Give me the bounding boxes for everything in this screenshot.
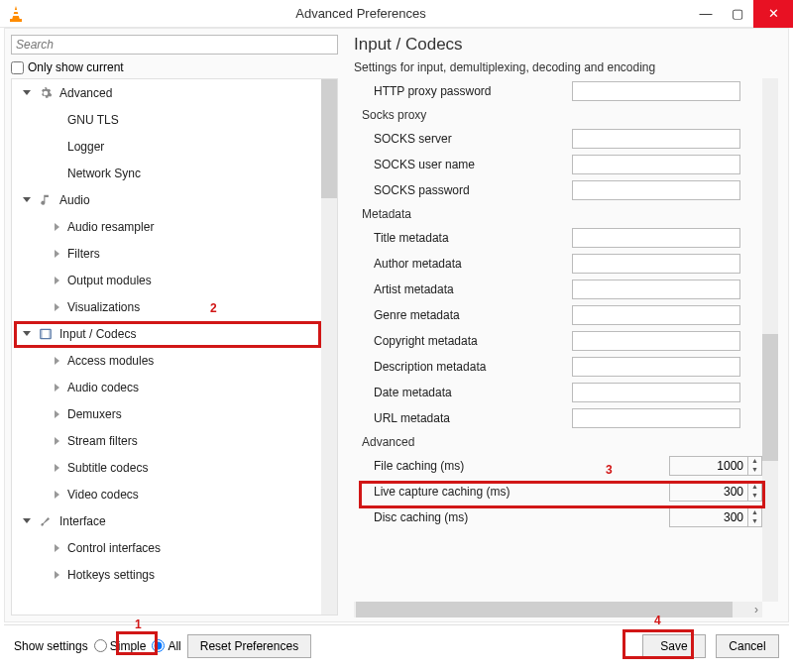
spinner-value[interactable]: 300 [670, 483, 747, 501]
tree-item[interactable]: Video codecs [12, 481, 321, 507]
collapse-icon[interactable] [22, 329, 32, 339]
expand-icon[interactable] [52, 543, 61, 553]
text-input[interactable] [572, 331, 740, 351]
preferences-tree[interactable]: AdvancedGNU TLSLoggerNetwork SyncAudioAu… [12, 79, 321, 615]
radio-simple[interactable] [94, 639, 107, 652]
text-input[interactable] [572, 383, 740, 402]
spacer [52, 168, 61, 178]
expand-icon[interactable] [52, 436, 61, 446]
setting-input-cell [572, 228, 762, 248]
tree-item[interactable]: Demuxers [12, 400, 321, 427]
text-input[interactable] [572, 305, 740, 325]
only-show-current-checkbox[interactable] [11, 61, 24, 74]
radio-simple-label: Simple [110, 639, 147, 653]
tree-item-label: Audio codecs [67, 381, 139, 394]
expand-icon[interactable] [52, 383, 61, 392]
svg-rect-6 [49, 329, 51, 338]
setting-row: File caching (ms)1000▲▼ [354, 453, 762, 479]
tree-item[interactable]: Logger [12, 133, 321, 160]
radio-all-wrap[interactable]: All [152, 639, 180, 653]
spinner-arrows[interactable]: ▲▼ [747, 457, 761, 475]
spinner-arrows[interactable]: ▲▼ [747, 508, 761, 526]
collapse-icon[interactable] [22, 516, 32, 526]
tree-item[interactable]: Hotkeys settings [12, 561, 321, 588]
tree-item[interactable]: Audio [12, 186, 321, 213]
text-input[interactable] [572, 129, 740, 149]
tree-item[interactable]: Filters [12, 240, 321, 267]
form-scroll-thumb-v[interactable] [762, 334, 778, 461]
only-show-current-label: Only show current [28, 60, 124, 74]
brush-icon [38, 513, 54, 529]
setting-row: URL metadata [354, 405, 762, 431]
text-input[interactable] [572, 180, 740, 200]
form-scrollbar-vertical[interactable] [762, 78, 778, 602]
spinner-up-icon[interactable]: ▲ [748, 508, 761, 517]
minimize-button[interactable]: — [690, 0, 722, 28]
tree-item[interactable]: Output modules [12, 267, 321, 293]
setting-label: Disc caching (ms) [354, 510, 572, 524]
spacer [52, 115, 61, 125]
right-panel: Input / Codecs Settings for input, demul… [344, 29, 788, 621]
spinner-value[interactable]: 1000 [670, 457, 747, 475]
tree-item[interactable]: GNU TLS [12, 106, 321, 133]
text-input[interactable] [572, 408, 740, 428]
spinner-down-icon[interactable]: ▼ [748, 517, 761, 526]
tree-scroll-thumb[interactable] [321, 79, 337, 198]
window-title: Advanced Preferences [32, 6, 690, 21]
setting-row: Live capture caching (ms)300▲▼ [354, 479, 762, 504]
tree-item[interactable]: Network Sync [12, 160, 321, 186]
tree-item[interactable]: Audio resampler [12, 213, 321, 240]
setting-label: Date metadata [354, 386, 572, 399]
radio-all[interactable] [152, 639, 165, 652]
tree-scrollbar[interactable] [321, 79, 337, 615]
expand-icon[interactable] [52, 249, 61, 259]
number-spinner[interactable]: 300▲▼ [669, 507, 762, 527]
number-spinner[interactable]: 300▲▼ [669, 482, 762, 502]
expand-icon[interactable] [52, 356, 61, 366]
page-title: Input / Codecs [354, 35, 778, 55]
tree-item[interactable]: Advanced [12, 79, 321, 106]
form-scrollbar-horizontal[interactable]: › [354, 602, 762, 617]
close-button[interactable]: ✕ [753, 0, 793, 28]
text-input[interactable] [572, 254, 740, 274]
tree-item-label: Hotkeys settings [67, 568, 155, 582]
expand-icon[interactable] [52, 302, 61, 312]
save-button[interactable]: Save [642, 634, 706, 658]
text-input[interactable] [572, 280, 740, 299]
expand-icon[interactable] [52, 409, 61, 419]
expand-icon[interactable] [52, 570, 61, 580]
form-scroll-thumb-h[interactable] [356, 602, 733, 617]
spinner-value[interactable]: 300 [670, 508, 747, 526]
spinner-down-icon[interactable]: ▼ [748, 492, 761, 501]
collapse-icon[interactable] [22, 88, 32, 98]
spinner-down-icon[interactable]: ▼ [748, 466, 761, 475]
cancel-button[interactable]: Cancel [716, 634, 779, 658]
tree-item[interactable]: Control interfaces [12, 534, 321, 561]
spinner-arrows[interactable]: ▲▼ [747, 483, 761, 501]
tree-item[interactable]: Visualizations [12, 293, 321, 320]
reset-preferences-button[interactable]: Reset Preferences [187, 634, 311, 658]
spinner-up-icon[interactable]: ▲ [748, 483, 761, 492]
search-input[interactable] [11, 35, 338, 55]
tree-item[interactable]: Subtitle codecs [12, 454, 321, 481]
tree-item[interactable]: Audio codecs [12, 374, 321, 400]
tree-item[interactable]: Input / Codecs [12, 320, 321, 347]
expand-icon[interactable] [52, 222, 61, 232]
setting-label: Description metadata [354, 360, 572, 374]
tree-item[interactable]: Interface [12, 507, 321, 534]
maximize-button[interactable]: ▢ [722, 0, 753, 28]
expand-icon[interactable] [52, 463, 61, 473]
number-spinner[interactable]: 1000▲▼ [669, 456, 762, 476]
text-input[interactable] [572, 81, 740, 101]
tree-item[interactable]: Stream filters [12, 427, 321, 454]
expand-icon[interactable] [52, 490, 61, 500]
radio-simple-wrap[interactable]: Simple [94, 639, 147, 653]
text-input[interactable] [572, 357, 740, 377]
expand-icon[interactable] [52, 276, 61, 285]
spinner-up-icon[interactable]: ▲ [748, 457, 761, 466]
collapse-icon[interactable] [22, 195, 32, 205]
text-input[interactable] [572, 228, 740, 248]
tree-item[interactable]: Access modules [12, 347, 321, 374]
tree-item-label: Network Sync [67, 167, 141, 180]
text-input[interactable] [572, 155, 740, 174]
